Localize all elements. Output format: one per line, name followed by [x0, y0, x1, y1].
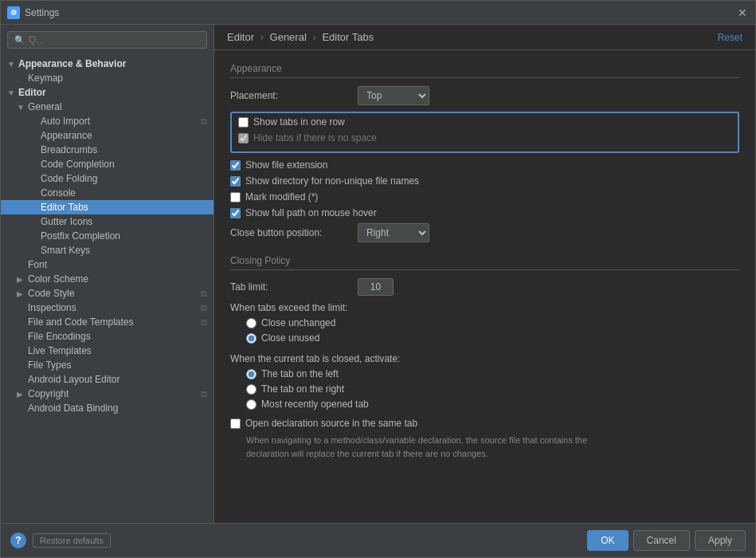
open-declaration-label[interactable]: Open declaration source in the same tab [245, 418, 417, 429]
tab-limit-label: Tab limit: [230, 281, 358, 293]
copy-icon: ⧉ [201, 289, 207, 299]
search-input[interactable] [29, 34, 200, 45]
show-tabs-one-row-checkbox[interactable] [238, 117, 249, 128]
sidebar-label: File Encodings [28, 331, 91, 342]
settings-window: ⚙ Settings ✕ 🔍 ▼ Appearance & Behavior K… [0, 0, 756, 558]
tab-on-left-radio[interactable] [246, 369, 257, 379]
sidebar-item-inspections[interactable]: Inspections ⧉ [1, 301, 213, 315]
sidebar-item-postfix-completion[interactable]: Postfix Completion [1, 229, 213, 243]
main-content: Editor › General › Editor Tabs Reset App… [214, 25, 755, 523]
cancel-button[interactable]: Cancel [633, 530, 690, 551]
show-directory-row: Show directory for non-unique file names [230, 175, 739, 187]
close-button[interactable]: ✕ [736, 6, 749, 19]
when-tabs-exceed-label: When tabs exceed the limit: [230, 302, 739, 313]
show-tabs-one-row-row: Show tabs in one row [238, 116, 731, 128]
close-unchanged-label[interactable]: Close unchanged [261, 317, 335, 328]
sidebar-item-live-templates[interactable]: Live Templates [1, 344, 213, 358]
sidebar-label: Code Completion [41, 159, 115, 170]
mark-modified-label[interactable]: Mark modified (*) [245, 191, 318, 202]
sidebar-item-font[interactable]: Font [1, 257, 213, 272]
sidebar-item-appearance[interactable]: Appearance [1, 128, 213, 143]
show-directory-checkbox[interactable] [230, 176, 241, 187]
sidebar-label: File Types [28, 360, 71, 371]
footer-buttons: OK Cancel Apply [587, 530, 746, 551]
show-file-extension-label[interactable]: Show file extension [245, 159, 327, 171]
sidebar-item-color-scheme[interactable]: ▶ Color Scheme [1, 272, 213, 286]
sidebar-item-android-layout-editor[interactable]: Android Layout Editor [1, 372, 213, 387]
sidebar-label: Postfix Completion [41, 230, 120, 242]
most-recently-radio[interactable] [246, 399, 257, 410]
close-button-row: Close button position: Right Left None [230, 223, 739, 242]
sidebar-label: Breadcrumbs [41, 144, 97, 155]
close-unused-radio[interactable] [246, 333, 257, 344]
copy-icon: ⧉ [201, 303, 207, 313]
tab-on-left-row: The tab on the left [230, 368, 739, 379]
show-full-path-checkbox[interactable] [230, 208, 241, 218]
copy-icon: ⧉ [201, 317, 207, 328]
show-full-path-label[interactable]: Show full path on mouse hover [245, 207, 377, 218]
footer: ? Restore defaults OK Cancel Apply [1, 523, 755, 557]
sidebar-item-file-types[interactable]: File Types [1, 358, 213, 372]
show-tabs-one-row-label[interactable]: Show tabs in one row [253, 116, 345, 128]
tab-limit-input[interactable] [358, 278, 394, 296]
search-box[interactable]: 🔍 [7, 31, 207, 49]
reset-link[interactable]: Reset [718, 32, 742, 43]
sidebar-item-file-encodings[interactable]: File Encodings [1, 329, 213, 344]
breadcrumb-part-3: Editor Tabs [322, 31, 374, 43]
tab-on-right-radio[interactable] [246, 384, 257, 395]
sidebar-label: Appearance & Behavior [18, 58, 126, 69]
sidebar-label: Console [41, 187, 76, 198]
hide-tabs-label[interactable]: Hide tabs if there is no space [253, 132, 377, 143]
placement-row: Placement: Top Bottom Left Right None [230, 86, 739, 105]
sidebar-item-general[interactable]: ▼ General [1, 100, 213, 114]
sidebar-label: Gutter Icons [41, 216, 92, 227]
sidebar-label: Android Data Binding [28, 403, 118, 414]
footer-left: ? Restore defaults [10, 532, 111, 548]
copy-icon: ⧉ [201, 389, 207, 399]
sidebar-item-auto-import[interactable]: Auto Import ⧉ [1, 114, 213, 128]
sidebar-item-android-data-binding[interactable]: Android Data Binding [1, 401, 213, 415]
sidebar-item-code-style[interactable]: ▶ Code Style ⧉ [1, 286, 213, 301]
placement-select[interactable]: Top Bottom Left Right None [358, 86, 429, 105]
show-file-extension-checkbox[interactable] [230, 160, 241, 171]
sidebar-item-keymap[interactable]: Keymap [1, 71, 213, 85]
most-recently-label[interactable]: Most recently opened tab [261, 399, 369, 410]
sidebar-tree: ▼ Appearance & Behavior Keymap ▼ Editor … [1, 55, 213, 523]
sidebar-item-console[interactable]: Console [1, 186, 213, 200]
sidebar-item-copyright[interactable]: ▶ Copyright ⧉ [1, 387, 213, 401]
sidebar-item-editor-tabs[interactable]: Editor Tabs [1, 200, 213, 214]
sidebar-item-editor[interactable]: ▼ Editor [1, 85, 213, 100]
expand-arrow: ▼ [17, 103, 26, 112]
sidebar-item-code-folding[interactable]: Code Folding [1, 171, 213, 186]
help-button[interactable]: ? [10, 532, 26, 548]
ok-button[interactable]: OK [587, 530, 628, 551]
appearance-section-title: Appearance [230, 63, 739, 78]
close-unchanged-radio[interactable] [246, 318, 257, 328]
sidebar-item-appearance-behavior[interactable]: ▼ Appearance & Behavior [1, 57, 213, 71]
mark-modified-checkbox[interactable] [230, 192, 241, 202]
placement-label: Placement: [230, 90, 358, 101]
hide-tabs-row: Hide tabs if there is no space [238, 132, 731, 143]
most-recently-row: Most recently opened tab [230, 399, 739, 410]
sidebar-item-code-completion[interactable]: Code Completion [1, 157, 213, 171]
restore-defaults-button[interactable]: Restore defaults [33, 533, 111, 548]
tab-on-left-label[interactable]: The tab on the left [261, 368, 339, 379]
show-directory-label[interactable]: Show directory for non-unique file names [245, 175, 419, 187]
breadcrumb-part-2: General [270, 31, 307, 43]
sidebar-label: Live Templates [28, 345, 92, 356]
close-button-label: Close button position: [230, 227, 358, 238]
hide-tabs-checkbox[interactable] [238, 133, 249, 143]
window-body: 🔍 ▼ Appearance & Behavior Keymap ▼ Edito… [1, 25, 755, 523]
sidebar-item-file-code-templates[interactable]: File and Code Templates ⧉ [1, 315, 213, 329]
sidebar-label: Code Folding [41, 173, 97, 184]
breadcrumb: Editor › General › Editor Tabs [227, 31, 374, 43]
close-unused-label[interactable]: Close unused [261, 332, 319, 344]
tab-on-right-label[interactable]: The tab on the right [261, 383, 344, 395]
sidebar-item-gutter-icons[interactable]: Gutter Icons [1, 214, 213, 229]
apply-button[interactable]: Apply [695, 530, 746, 551]
open-declaration-checkbox[interactable] [230, 418, 241, 429]
close-button-select[interactable]: Right Left None [358, 223, 429, 242]
sidebar-item-breadcrumbs[interactable]: Breadcrumbs [1, 143, 213, 157]
closing-policy-title: Closing Policy [230, 255, 739, 270]
sidebar-item-smart-keys[interactable]: Smart Keys [1, 243, 213, 257]
